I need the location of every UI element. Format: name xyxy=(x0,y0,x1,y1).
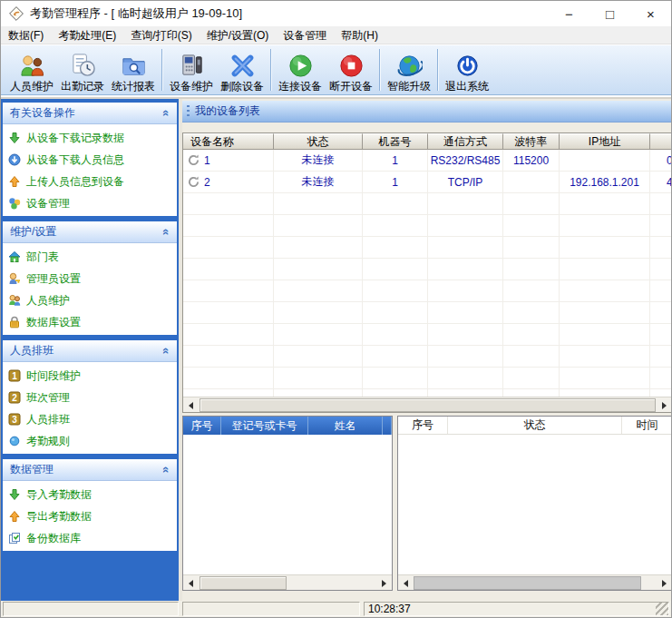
attendance-record-button[interactable]: 出勤记录 xyxy=(57,47,108,93)
resize-grip[interactable] xyxy=(656,603,668,615)
scrollbar-thumb[interactable] xyxy=(414,576,641,590)
empty-row xyxy=(183,368,672,389)
device-maintain-button[interactable]: 设备维护 xyxy=(166,47,217,93)
scroll-right-arrow-icon[interactable] xyxy=(376,575,392,591)
menu-attendance[interactable]: 考勤处理(E) xyxy=(51,26,123,44)
device-row[interactable]: 2 未连接 1 TCP/IP 192.168.1.201 4370 xyxy=(183,172,672,193)
sidebar-item-backup-database[interactable]: 备份数据库 xyxy=(3,527,177,549)
device-ip-address: 192.168.1.201 xyxy=(560,172,650,193)
sidebar-item-shift-management[interactable]: 2 班次管理 xyxy=(3,387,177,408)
chevron-up-icon[interactable]: « xyxy=(160,466,173,473)
scrollbar-thumb[interactable] xyxy=(200,576,287,590)
menu-device-management[interactable]: 设备管理 xyxy=(276,26,334,44)
sidebar-item-database-settings[interactable]: 数据库设置 xyxy=(3,311,177,333)
window-title: 考勤管理程序 - [ 临时超级用户 19-09-10] xyxy=(30,5,242,22)
column-header-baud-rate[interactable]: 波特率 xyxy=(503,133,560,150)
drag-handle-icon[interactable] xyxy=(187,105,190,118)
chevron-up-icon[interactable]: « xyxy=(160,110,173,116)
sidebar-item-label: 时间段维护 xyxy=(26,368,81,384)
scroll-left-arrow-icon[interactable] xyxy=(398,575,414,591)
sidebar-item-personnel-schedule[interactable]: 3 人员排班 xyxy=(3,408,177,430)
sidebar-item-import-data[interactable]: 导入考勤数据 xyxy=(3,484,177,505)
device-row[interactable]: 1 未连接 1 RS232/RS485 115200 0 xyxy=(183,150,672,172)
column-header-ip-address[interactable]: IP地址 xyxy=(560,133,650,150)
sidebar-item-upload-personnel[interactable]: 上传人员信息到设备 xyxy=(3,171,177,192)
scroll-left-arrow-icon[interactable] xyxy=(183,397,199,413)
connect-icon xyxy=(287,53,314,79)
empty-row xyxy=(183,280,672,302)
status-panel-time: 10:28:37 xyxy=(364,602,669,616)
sidebar-item-admin-settings[interactable]: 管理员设置 xyxy=(3,268,177,289)
empty-row xyxy=(183,324,672,346)
app-icon xyxy=(8,5,24,22)
chevron-up-icon[interactable]: « xyxy=(160,348,173,354)
sidebar-item-label: 数据库设置 xyxy=(26,315,81,330)
sidebar-item-label: 备份数据库 xyxy=(26,531,81,546)
menu-maintain-settings[interactable]: 维护/设置(O) xyxy=(200,26,277,44)
scroll-right-arrow-icon[interactable] xyxy=(657,575,672,591)
devices-horizontal-scrollbar[interactable] xyxy=(183,397,672,412)
section-header-data-management[interactable]: 数据管理 « xyxy=(3,459,177,481)
arrow-up-orange-icon xyxy=(8,175,21,188)
num2-icon: 2 xyxy=(8,391,21,404)
toolbar-separator xyxy=(161,49,163,91)
column-header-comm-mode[interactable]: 通信方式 xyxy=(428,133,503,150)
sidebar-item-download-personnel[interactable]: 从设备下载人员信息 xyxy=(3,149,177,171)
chevron-up-icon[interactable]: « xyxy=(160,229,173,235)
enroll-horizontal-scrollbar[interactable] xyxy=(183,574,392,590)
scrollbar-thumb[interactable] xyxy=(200,398,656,412)
delete-device-button[interactable]: 删除设备 xyxy=(217,47,268,93)
sidebar-item-time-period[interactable]: 1 时间段维护 xyxy=(3,365,177,387)
column-header-time[interactable]: 时间 xyxy=(622,417,672,434)
column-header-serial[interactable]: 序号 xyxy=(398,417,448,434)
report-button[interactable]: 统计报表 xyxy=(108,47,159,93)
section-title: 维护/设置 xyxy=(10,224,163,240)
sidebar-item-download-records[interactable]: 从设备下载记录数据 xyxy=(3,127,177,149)
device-port: 0 xyxy=(650,150,672,172)
column-header-status[interactable]: 状态 xyxy=(448,417,622,434)
column-header-name[interactable]: 姓名 xyxy=(308,417,383,435)
scroll-right-arrow-icon[interactable] xyxy=(657,397,672,413)
exit-system-button[interactable]: 退出系统 xyxy=(442,47,492,93)
section-title: 人员排班 xyxy=(10,343,163,358)
smart-upgrade-button[interactable]: 智能升级 xyxy=(384,47,434,93)
column-header-enroll-or-card-no[interactable]: 登记号或卡号 xyxy=(221,417,308,435)
menu-help[interactable]: 帮助(H) xyxy=(334,26,385,44)
sidebar-item-export-data[interactable]: 导出考勤数据 xyxy=(3,505,177,527)
section-header-scheduling[interactable]: 人员排班 « xyxy=(3,340,177,362)
column-header-device-name[interactable]: 设备名称 xyxy=(183,133,274,150)
status-bar: 10:28:37 xyxy=(1,601,671,617)
sidebar-item-device-management[interactable]: 设备管理 xyxy=(3,192,177,214)
close-button[interactable]: × xyxy=(630,1,671,26)
main-area: 我的设备列表 设备名称 状态 机器号 通信方式 波特率 IP地址 端口号 1 未… xyxy=(182,99,672,603)
records-table-body xyxy=(398,435,672,574)
arrow-up-orange-icon xyxy=(8,510,21,523)
toolbar-button-label: 退出系统 xyxy=(445,80,489,93)
column-header-port[interactable]: 端口号 xyxy=(650,133,672,150)
sidebar-item-label: 导入考勤数据 xyxy=(26,487,92,503)
minimize-button[interactable]: − xyxy=(549,1,589,26)
admin-icon xyxy=(8,272,21,285)
column-header-machine-no[interactable]: 机器号 xyxy=(363,133,428,150)
scroll-left-arrow-icon[interactable] xyxy=(183,575,199,591)
toolbar-button-label: 连接设备 xyxy=(278,80,322,93)
menu-data[interactable]: 数据(F) xyxy=(1,26,51,44)
column-header-serial[interactable]: 序号 xyxy=(183,417,221,435)
copy-icon xyxy=(8,532,21,544)
column-header-status[interactable]: 状态 xyxy=(274,133,363,150)
maximize-button[interactable]: □ xyxy=(589,1,630,26)
section-header-device-ops[interactable]: 有关设备操作 « xyxy=(3,103,177,124)
connect-device-button[interactable]: 连接设备 xyxy=(275,47,326,93)
records-horizontal-scrollbar[interactable] xyxy=(398,574,672,590)
arrow-down-green-icon xyxy=(8,488,21,501)
sidebar-item-department-table[interactable]: 部门表 xyxy=(3,246,177,268)
sidebar-item-attendance-rules[interactable]: 考勤规则 xyxy=(3,430,177,452)
menu-query-print[interactable]: 查询/打印(S) xyxy=(123,26,199,44)
people-small-icon xyxy=(8,294,21,307)
disconnect-device-button[interactable]: 断开设备 xyxy=(326,47,376,93)
personnel-maintain-button[interactable]: 人员维护 xyxy=(6,47,57,93)
sidebar: 有关设备操作 « 从设备下载记录数据 从设备下载人员信息 上传人员信息到设备 xyxy=(1,99,179,603)
section-header-maintain-settings[interactable]: 维护/设置 « xyxy=(3,221,177,243)
status-panel-1 xyxy=(3,602,179,616)
sidebar-item-personnel-maintain[interactable]: 人员维护 xyxy=(3,289,177,311)
